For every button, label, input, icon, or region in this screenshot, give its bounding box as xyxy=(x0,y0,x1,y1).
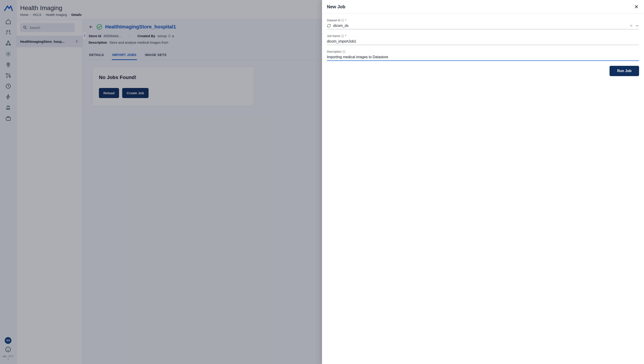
info-icon[interactable] xyxy=(341,35,344,38)
job-name-field: Job Name * xyxy=(327,34,639,45)
chevron-down-icon[interactable] xyxy=(635,24,639,28)
dataset-id-field: Dataset Id * xyxy=(327,19,639,29)
description-input[interactable] xyxy=(327,55,639,59)
close-icon[interactable] xyxy=(634,4,639,10)
dataset-id-label: Dataset Id * xyxy=(327,19,639,22)
required-marker: * xyxy=(345,19,346,22)
run-job-button[interactable]: Run Job xyxy=(610,66,639,76)
dataset-id-input[interactable] xyxy=(333,24,628,28)
required-marker: * xyxy=(345,34,346,38)
description-label: Description xyxy=(327,50,639,53)
info-icon[interactable] xyxy=(342,50,346,53)
drawer-title: New Job xyxy=(327,4,345,10)
sync-icon xyxy=(327,24,331,28)
info-icon[interactable] xyxy=(341,19,344,22)
description-field: Description xyxy=(327,50,639,61)
new-job-drawer: New Job Dataset Id * Job Name * xyxy=(322,0,644,364)
clear-icon[interactable] xyxy=(629,24,633,28)
job-name-input[interactable] xyxy=(327,39,639,44)
job-name-label: Job Name * xyxy=(327,34,639,38)
